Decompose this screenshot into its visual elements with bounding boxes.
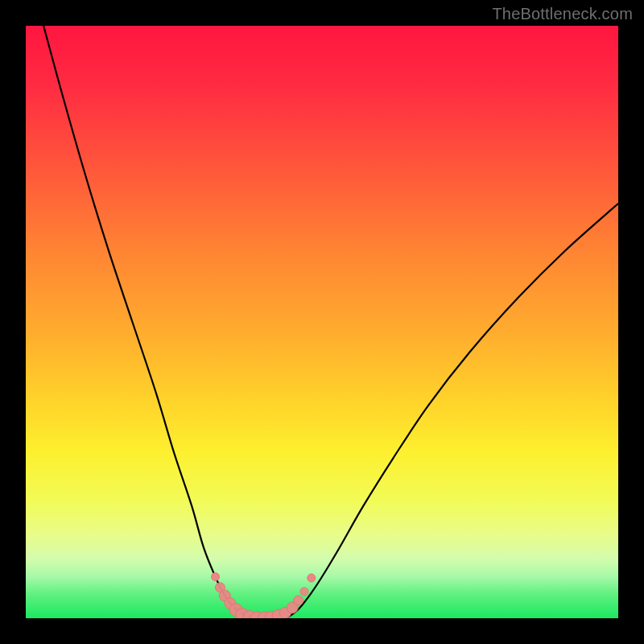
- chart-frame: TheBottleneck.com: [0, 0, 644, 644]
- data-marker: [212, 572, 220, 580]
- data-marker: [300, 588, 308, 596]
- chart-svg: [26, 26, 618, 618]
- series-right-curve: [287, 204, 618, 618]
- plot-area: [26, 26, 618, 618]
- watermark-text: TheBottleneck.com: [492, 5, 633, 23]
- series-left-curve: [43, 26, 251, 618]
- data-marker: [294, 596, 303, 605]
- marker-group: [212, 572, 316, 618]
- series-group: [43, 26, 618, 618]
- data-marker: [308, 574, 316, 582]
